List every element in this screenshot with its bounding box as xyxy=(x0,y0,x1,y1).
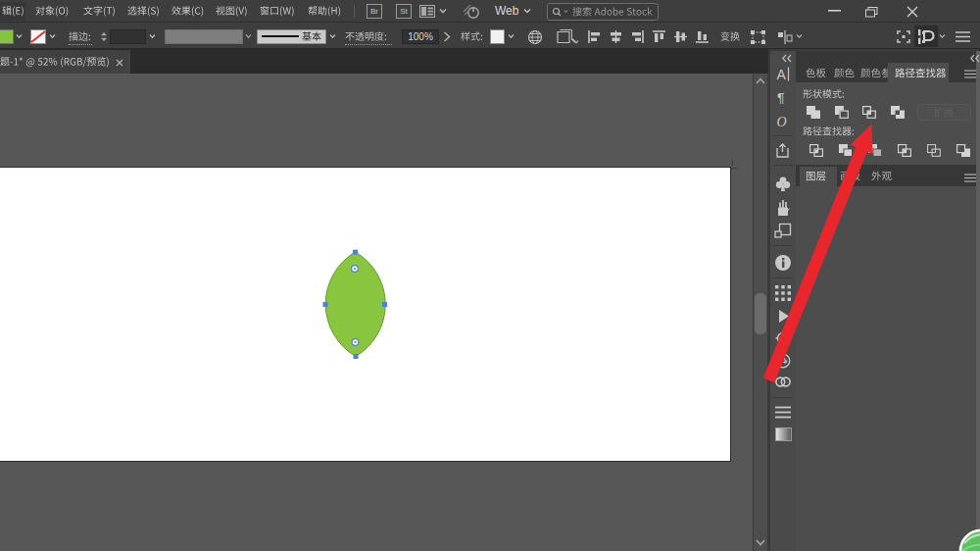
svg-text:A: A xyxy=(777,67,787,81)
